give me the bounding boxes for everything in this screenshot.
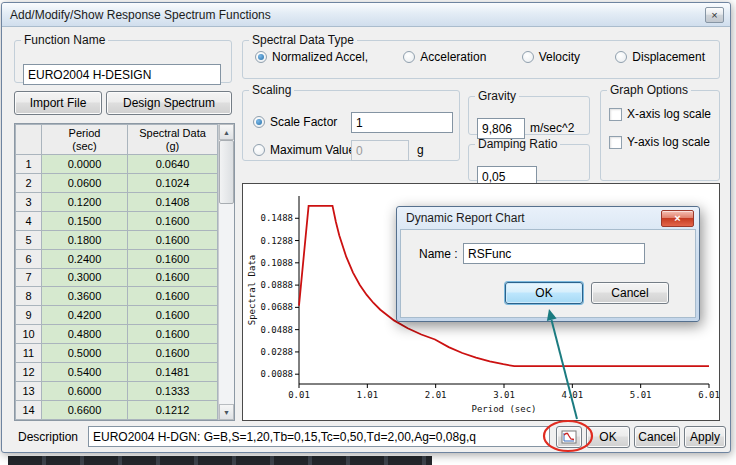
spectral-value-cell[interactable]: 0.1600 <box>128 325 218 344</box>
scale-factor-radio[interactable]: Scale Factor <box>253 115 337 129</box>
row-number-cell[interactable]: 10 <box>16 325 42 344</box>
apply-button[interactable]: Apply <box>684 426 726 448</box>
design-spectrum-button[interactable]: Design Spectrum <box>106 91 232 115</box>
import-file-button[interactable]: Import File <box>14 91 102 115</box>
description-label: Description <box>18 430 78 444</box>
spectral-type-option-0[interactable]: Normalized Accel, <box>255 50 368 64</box>
period-cell[interactable]: 0.0600 <box>42 173 128 192</box>
description-input[interactable] <box>88 426 550 447</box>
report-chart-button[interactable] <box>556 426 582 448</box>
row-number-cell[interactable]: 13 <box>16 382 42 401</box>
spectral-value-cell[interactable]: 0.1600 <box>128 249 218 268</box>
graph-option-0[interactable]: X-axis log scale <box>609 107 713 121</box>
footer-bar: Description OK Cancel Apply <box>2 425 730 449</box>
close-icon: × <box>711 10 717 21</box>
dialog-titlebar[interactable]: Add/Modify/Show Response Spectrum Functi… <box>2 3 730 27</box>
scale-factor-label: Scale Factor <box>270 115 337 129</box>
maximum-value-radio[interactable]: Maximum Value <box>253 143 355 157</box>
row-number-cell[interactable]: 5 <box>16 230 42 249</box>
period-cell[interactable]: 0.5000 <box>42 344 128 363</box>
svg-text:0.1288: 0.1288 <box>260 236 293 246</box>
gravity-unit: m/sec^2 <box>530 121 574 135</box>
scroll-up-button[interactable]: ▲ <box>219 124 234 140</box>
table-row: 90.42000.1600 <box>16 306 218 325</box>
row-number-cell[interactable]: 11 <box>16 344 42 363</box>
maximum-value-input <box>351 140 409 161</box>
row-number-cell[interactable]: 8 <box>16 287 42 306</box>
spectral-value-cell[interactable]: 0.1408 <box>128 192 218 211</box>
function-name-group: Function Name <box>14 33 232 83</box>
gravity-group: Gravity m/sec^2 <box>468 89 590 135</box>
row-number-cell[interactable]: 12 <box>16 363 42 382</box>
period-cell[interactable]: 0.2400 <box>42 249 128 268</box>
table-scrollbar[interactable]: ▲ ▼ <box>218 124 234 420</box>
row-number-cell[interactable]: 6 <box>16 249 42 268</box>
spectral-value-cell[interactable]: 0.1212 <box>128 400 218 419</box>
period-cell[interactable]: 0.3000 <box>42 268 128 287</box>
radio-label: Velocity <box>539 50 580 64</box>
scaling-legend: Scaling <box>249 83 294 97</box>
report-ok-button[interactable]: OK <box>505 282 583 304</box>
scaling-group: Scaling Scale Factor Maximum Value g <box>242 83 460 161</box>
spectral-value-cell[interactable]: 0.1481 <box>128 363 218 382</box>
close-button[interactable]: × <box>705 7 724 23</box>
row-number-cell[interactable]: 4 <box>16 211 42 230</box>
checkbox-icon <box>609 108 622 121</box>
spectral-value-cell[interactable]: 0.1600 <box>128 211 218 230</box>
spectrum-table-body: 10.00000.064020.06000.102430.12000.14084… <box>16 155 218 420</box>
scale-factor-input[interactable] <box>351 112 453 133</box>
report-name-input[interactable] <box>463 243 645 264</box>
gravity-input[interactable] <box>477 118 525 139</box>
spectral-type-option-3[interactable]: Displacement <box>615 50 705 64</box>
maximum-value-radio-icon <box>253 144 265 156</box>
row-number-cell[interactable]: 2 <box>16 173 42 192</box>
period-cell[interactable]: 0.6600 <box>42 400 128 419</box>
svg-text:0.1088: 0.1088 <box>260 258 293 268</box>
spectral-type-option-2[interactable]: Velocity <box>522 50 580 64</box>
svg-text:Spectral Data: Spectral Data <box>247 255 257 325</box>
spectral-value-cell[interactable]: 0.1600 <box>128 230 218 249</box>
scrollbar-thumb[interactable] <box>219 140 234 204</box>
period-cell[interactable]: 0.6000 <box>42 382 128 401</box>
checkbox-label: Y-axis log scale <box>627 135 710 149</box>
scrollbar-track[interactable] <box>219 140 234 404</box>
spectral-value-cell[interactable]: 0.1024 <box>128 173 218 192</box>
period-cell[interactable]: 0.3600 <box>42 287 128 306</box>
graph-options-list: X-axis log scaleY-axis log scale <box>601 97 719 149</box>
report-cancel-button[interactable]: Cancel <box>591 282 669 304</box>
period-cell[interactable]: 0.0000 <box>42 155 128 174</box>
spectral-value-cell[interactable]: 0.1600 <box>128 287 218 306</box>
table-row: 100.48000.1600 <box>16 325 218 344</box>
spectral-value-cell[interactable]: 0.0640 <box>128 155 218 174</box>
row-number-cell[interactable]: 1 <box>16 155 42 174</box>
row-number-cell[interactable]: 14 <box>16 400 42 419</box>
spectrum-table: Period (sec) Spectral Data (g) 10.00000.… <box>14 123 235 421</box>
table-row: 120.54000.1481 <box>16 363 218 382</box>
report-chart-icon <box>561 430 577 444</box>
corner-header <box>16 125 42 155</box>
period-cell[interactable]: 0.4800 <box>42 325 128 344</box>
table-row: 70.30000.1600 <box>16 268 218 287</box>
spectral-value-cell[interactable]: 0.1600 <box>128 268 218 287</box>
table-row: 50.18000.1600 <box>16 230 218 249</box>
function-name-input[interactable] <box>23 64 221 85</box>
spectral-value-cell[interactable]: 0.1600 <box>128 306 218 325</box>
period-cell[interactable]: 0.1500 <box>42 211 128 230</box>
ok-button[interactable]: OK <box>586 426 630 448</box>
report-dialog-titlebar[interactable]: Dynamic Report Chart <box>397 207 699 229</box>
row-number-cell[interactable]: 3 <box>16 192 42 211</box>
cancel-button[interactable]: Cancel <box>634 426 680 448</box>
period-cell[interactable]: 0.1800 <box>42 230 128 249</box>
spectral-type-option-1[interactable]: Acceleration <box>403 50 486 64</box>
period-cell[interactable]: 0.4200 <box>42 306 128 325</box>
svg-text:3.01: 3.01 <box>493 390 515 400</box>
spectral-value-cell[interactable]: 0.1600 <box>128 344 218 363</box>
scroll-down-button[interactable]: ▼ <box>219 404 234 420</box>
spectral-value-cell[interactable]: 0.1333 <box>128 382 218 401</box>
period-cell[interactable]: 0.5400 <box>42 363 128 382</box>
row-number-cell[interactable]: 7 <box>16 268 42 287</box>
period-cell[interactable]: 0.1200 <box>42 192 128 211</box>
graph-option-1[interactable]: Y-axis log scale <box>609 135 713 149</box>
report-close-button[interactable]: × <box>661 210 694 227</box>
row-number-cell[interactable]: 9 <box>16 306 42 325</box>
